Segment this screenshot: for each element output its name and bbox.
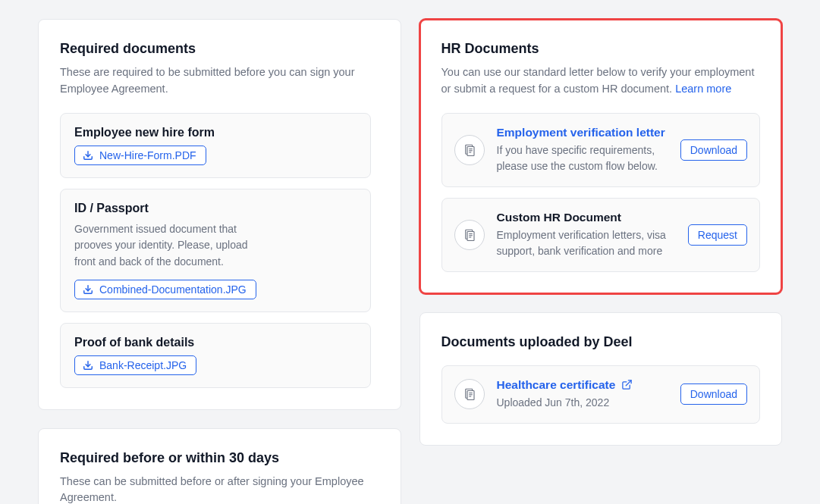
hr-item-title-link[interactable]: Employment verification letter (497, 126, 668, 139)
doc-title: Employee new hire form (74, 126, 357, 139)
file-chip-id-passport[interactable]: Combined-Documentation.JPG (74, 280, 256, 299)
hr-item-description: Employment verification letters, visa su… (497, 227, 676, 259)
card-description: These are required to be submitted befor… (60, 64, 379, 98)
download-button[interactable]: Download (680, 139, 747, 161)
uploaded-by-deel-card: Documents uploaded by Deel Healthcare ce… (419, 312, 783, 446)
card-title: Documents uploaded by Deel (441, 334, 761, 350)
required-documents-card: Required documents These are required to… (38, 19, 401, 410)
uploaded-item-title-link[interactable]: Healthcare certificate (497, 378, 668, 392)
hr-documents-card: HR Documents You can use our standard le… (419, 19, 783, 294)
uploaded-item-date: Uploaded Jun 7th, 2022 (497, 395, 668, 411)
doc-title: Proof of bank details (74, 336, 357, 349)
download-icon (83, 284, 93, 295)
doc-block-bank-details: Proof of bank details Bank-Receipt.JPG (60, 323, 371, 388)
download-icon (83, 150, 93, 161)
hr-item-description: If you have specific requirements, pleas… (497, 142, 668, 174)
file-chip-bank-details[interactable]: Bank-Receipt.JPG (74, 355, 196, 375)
document-icon (454, 379, 485, 409)
document-icon (454, 220, 485, 250)
file-name: Combined-Documentation.JPG (99, 283, 247, 296)
svg-rect-9 (467, 231, 474, 240)
card-description: You can use our standard letter below to… (441, 64, 761, 98)
svg-rect-14 (467, 391, 474, 400)
svg-line-18 (627, 380, 632, 386)
card-description: These can be submitted before or after s… (60, 474, 379, 504)
request-button[interactable]: Request (688, 224, 747, 246)
card-title: Required documents (60, 41, 379, 57)
file-chip-new-hire[interactable]: New-Hire-Form.PDF (74, 146, 206, 165)
external-link-icon (621, 379, 633, 390)
required-30-days-card: Required before or within 30 days These … (38, 428, 401, 504)
learn-more-link[interactable]: Learn more (675, 83, 731, 95)
doc-block-id-passport: ID / Passport Government issued document… (60, 189, 371, 312)
download-button[interactable]: Download (680, 383, 747, 405)
card-title: Required before or within 30 days (60, 450, 379, 466)
hr-item-title: Custom HR Document (497, 211, 676, 224)
download-icon (83, 360, 93, 371)
svg-rect-4 (467, 146, 474, 155)
doc-description: Government issued document that prooves … (74, 221, 272, 271)
file-name: New-Hire-Form.PDF (99, 149, 196, 161)
uploaded-row-healthcare-certificate: Healthcare certificate Uploaded Jun 7th,… (441, 365, 761, 424)
card-title: HR Documents (441, 41, 761, 57)
doc-block-new-hire: Employee new hire form New-Hire-Form.PDF (60, 113, 371, 178)
document-icon (454, 135, 485, 165)
hr-row-custom-document: Custom HR Document Employment verificati… (441, 198, 761, 272)
file-name: Bank-Receipt.JPG (99, 359, 187, 371)
doc-title: ID / Passport (74, 202, 357, 215)
hr-row-employment-verification: Employment verification letter If you ha… (441, 113, 761, 187)
